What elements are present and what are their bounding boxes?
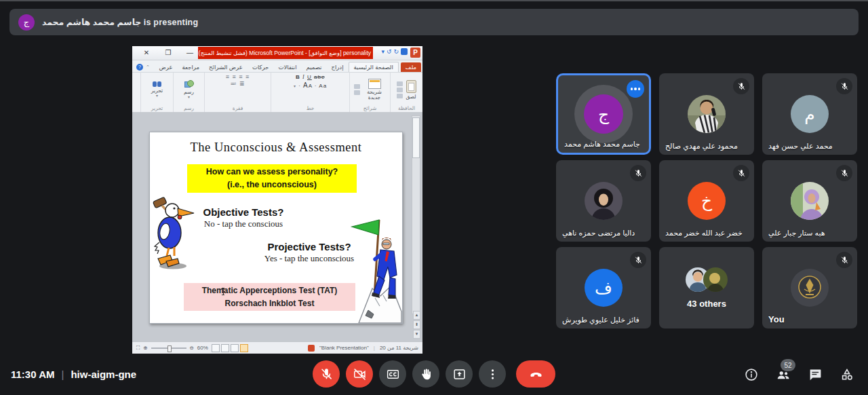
next-slide-icon: ▼ (413, 330, 420, 339)
raise-hand-button[interactable] (412, 360, 439, 388)
activities-button[interactable] (840, 367, 854, 382)
zoom-out-icon: ⊖ (190, 345, 194, 351)
zoom-level: 60% (197, 345, 208, 351)
call-controls (313, 360, 555, 388)
mic-off-icon (630, 252, 646, 268)
font-buttons-row1: B I U abc (296, 74, 325, 80)
slide-sorter-icon (221, 344, 229, 352)
avatar-photo (585, 182, 623, 220)
ppt-close-icon: ✕ (138, 46, 155, 60)
window-top-edge (0, 0, 868, 1)
ppt-tab-7: مراجعة (178, 62, 205, 72)
participant-tile-3[interactable]: داليا مرتضى حمزه ناهي (556, 160, 651, 242)
nav-split-icon: ⬍ (413, 320, 420, 329)
mic-off-icon (733, 165, 749, 181)
meeting-code: hiw-aigm-gne (71, 369, 136, 380)
ppt-vertical-scrollbar (412, 115, 420, 314)
ppt-tab-3: تصميم (302, 62, 327, 72)
presenter-avatar: ج (18, 14, 35, 31)
ppt-tab-0: ملف (401, 62, 421, 72)
ppt-tabbar-end: ? ⌃ (134, 64, 153, 72)
panel-toggles: 52 (744, 367, 854, 382)
ppt-tab-8: عرض (154, 62, 177, 72)
previous-slide-icon: ▲ (413, 311, 420, 320)
participant-name: خضر عبد الله خضر محمد (665, 229, 743, 238)
mic-off-icon (836, 165, 852, 181)
avatar-photo (791, 182, 829, 220)
text-cursor (220, 288, 226, 295)
ppt-window-title: personality [وضع التوافق] - Microsoft Po… (198, 47, 373, 59)
ppt-status-bar: ⛶ ⊕ ⊖ 60% "Blank Presentation" | شريحة 1… (132, 341, 422, 354)
clipboard-icon (406, 80, 416, 93)
tile-more-options-button[interactable] (627, 80, 644, 98)
presenting-text: جاسم محمد هاشم محمد is presenting (42, 17, 198, 27)
mic-off-icon (630, 165, 646, 181)
slide-counter: شريحة 11 من 20 (380, 345, 418, 351)
ppt-quick-access-toolbar: ▾ ↺ ↻ (381, 48, 408, 55)
save-icon (401, 48, 408, 55)
presenting-suffix: is presenting (144, 18, 198, 27)
show-everyone-button[interactable]: 52 (776, 367, 791, 382)
captions-button[interactable] (379, 360, 406, 388)
participant-tile-4[interactable]: خخضر عبد الله خضر محمد (659, 160, 754, 242)
find-binoculars-icon (153, 81, 161, 87)
ppt-minimize-icon: — (181, 46, 199, 60)
ribbon-group-paragraph: ≡ ≡ ≡ ≡ ≣ ≔ فقرة (204, 73, 271, 112)
ppt-maximize-icon: ❐ (159, 46, 177, 60)
avatar-photo (688, 95, 726, 133)
participant-tile-7[interactable]: 43 others (659, 247, 754, 328)
participant-tile-6[interactable]: ففائز خليل عليوي طويرش (556, 247, 651, 328)
clock-time: 11:30 AM (11, 369, 54, 380)
participant-name: محمد علي حسن فهد (768, 142, 833, 151)
ppt-tab-1: الصفحة الرئيسية (349, 62, 399, 72)
ppt-tab-6: عرض الشرائح (204, 62, 248, 72)
zoom-slider (151, 347, 186, 349)
participant-tile-1[interactable]: محمود علي مهدي صالح (659, 73, 754, 155)
avatar-letter: ف (585, 269, 623, 307)
meeting-meta: 11:30 AM | hiw-aigm-gne (11, 369, 136, 380)
ribbon-group-slides: شريحة جديدة شرائح (349, 73, 390, 112)
participant-tile-5[interactable]: هبه ستار جبار علي (762, 160, 857, 242)
view-mode-icons (212, 344, 248, 352)
participant-tile-0[interactable]: ججاسم محمد هاشم محمد (556, 73, 651, 155)
slide-pink-highlight: Thematic Apperceptions Test (TAT) Rorsch… (184, 283, 355, 311)
paste-button: لصق (406, 80, 416, 100)
ppt-titlebar: ✕ ❐ — personality [وضع التوافق] - Micros… (132, 46, 422, 60)
participant-tile-8[interactable]: You (762, 247, 857, 328)
ribbon-group-drawing: رسم ▾ رسم (173, 73, 204, 112)
help-icon: ? (136, 64, 143, 71)
chat-button[interactable] (808, 367, 823, 382)
ppt-tab-2: إدراج (326, 62, 348, 72)
fit-to-window-icon: ⛶ (136, 345, 140, 352)
shared-screen-powerpoint[interactable]: ✕ ❐ — personality [وضع التوافق] - Micros… (132, 46, 422, 354)
participant-grid: ججاسم محمد هاشم محمدمحمود علي مهدي صالحم… (556, 73, 857, 328)
mic-off-icon (733, 78, 749, 94)
avatar-ring: ج (574, 85, 633, 143)
present-now-button[interactable] (446, 360, 473, 388)
more-options-button[interactable] (479, 360, 506, 388)
bottom-bar: 11:30 AM | hiw-aigm-gne 52 (0, 354, 868, 395)
slide-yellow-highlight: How can we assess personality? (i.e., th… (187, 164, 357, 193)
leave-call-button[interactable] (516, 360, 555, 388)
redo-icon: ↻ (393, 48, 399, 55)
presenter-name: جاسم محمد هاشم محمد (42, 18, 141, 27)
meeting-details-button[interactable] (744, 367, 759, 382)
slides-mini-icons (354, 84, 360, 95)
camera-off-button[interactable] (346, 360, 373, 388)
reading-view-icon (231, 344, 239, 352)
participant-name: You (768, 314, 785, 324)
participant-name: محمود علي مهدي صالح (665, 142, 738, 151)
ppt-workspace: The Unconscious & Assessment How can we … (132, 113, 422, 341)
participant-name: 43 others (687, 299, 726, 309)
meet-app: ج جاسم محمد هاشم محمد is presenting ✕ ❐ … (0, 0, 868, 395)
ribbon-group-clipboard: لصق الحافظة (390, 73, 422, 112)
participant-name: داليا مرتضى حمزه ناهي (562, 229, 635, 238)
mic-off-icon (836, 78, 852, 94)
participant-tile-2[interactable]: ممحمد علي حسن فهد (762, 73, 857, 155)
participant-name: جاسم محمد هاشم محمد (564, 140, 640, 149)
font-buttons-row2: AA · Aa · ▾ (294, 81, 327, 89)
participant-name: هبه ستار جبار علي (768, 229, 825, 238)
qat-dropdown-icon: ▾ (381, 48, 384, 55)
microphone-off-button[interactable] (313, 360, 340, 388)
participant-name: فائز خليل عليوي طويرش (562, 316, 639, 324)
